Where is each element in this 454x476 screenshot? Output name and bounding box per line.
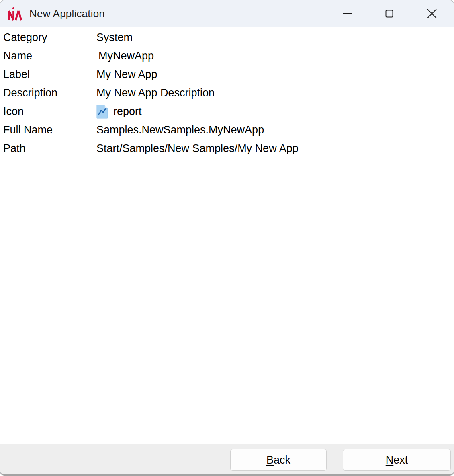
next-button[interactable]: Next	[343, 449, 451, 471]
new-application-dialog: New Application Category System	[0, 0, 454, 476]
full-name-value[interactable]: Samples.NewSamples.MyNewApp	[93, 124, 451, 136]
category-label: Category	[2, 31, 93, 44]
row-category: Category System	[2, 28, 451, 47]
label-label: Label	[2, 68, 93, 81]
path-value[interactable]: Start/Samples/New Samples/My New App	[93, 142, 451, 155]
row-label: Label My New App	[2, 65, 451, 84]
row-full-name: Full Name Samples.NewSamples.MyNewApp	[2, 121, 451, 139]
maximize-button[interactable]	[375, 5, 403, 22]
category-value[interactable]: System	[93, 31, 451, 44]
description-value[interactable]: My New App Description	[93, 87, 451, 99]
minimize-button[interactable]	[333, 5, 361, 22]
name-input[interactable]	[96, 48, 451, 64]
icon-value-text: report	[113, 105, 142, 118]
path-label: Path	[2, 142, 93, 155]
icon-label: Icon	[2, 105, 93, 118]
close-icon	[427, 8, 437, 19]
window-title: New Application	[29, 8, 105, 20]
close-button[interactable]	[418, 5, 446, 22]
description-label: Description	[2, 87, 93, 99]
maximize-icon	[384, 9, 394, 18]
title-bar[interactable]: New Application	[0, 0, 454, 27]
icon-value[interactable]: report	[93, 105, 451, 119]
row-name: Name	[2, 47, 451, 65]
name-label: Name	[2, 50, 96, 62]
minimize-icon	[342, 9, 352, 18]
row-path: Path Start/Samples/New Samples/My New Ap…	[2, 139, 451, 158]
form-panel: Category System Name Label My New App De…	[2, 27, 451, 444]
back-button[interactable]: Back	[230, 449, 327, 471]
full-name-label: Full Name	[2, 124, 93, 136]
report-document-chart-icon	[96, 105, 108, 119]
row-description: Description My New App Description	[2, 84, 451, 102]
row-icon: Icon report	[2, 102, 451, 121]
app-logo-icon	[7, 6, 23, 21]
label-value[interactable]: My New App	[93, 68, 451, 81]
application-properties-form: Category System Name Label My New App De…	[2, 27, 451, 158]
